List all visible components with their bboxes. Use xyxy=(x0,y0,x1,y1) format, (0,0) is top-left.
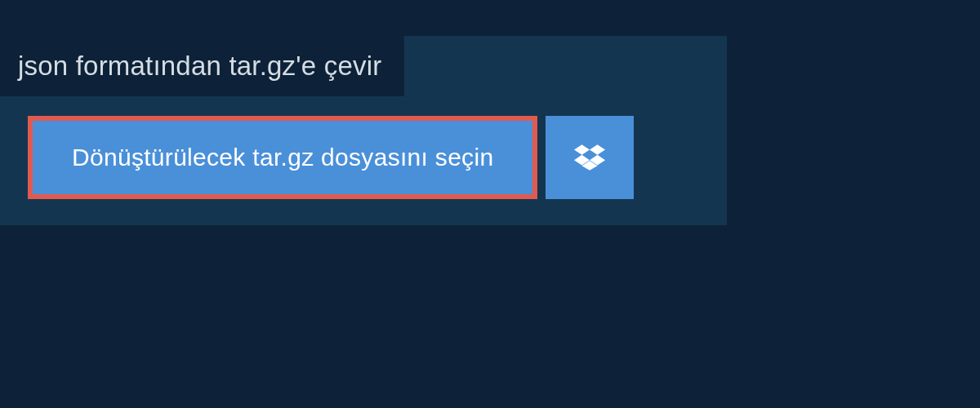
converter-panel: json formatından tar.gz'e çevir Dönüştür… xyxy=(0,36,727,225)
select-file-label: Dönüştürülecek tar.gz dosyasını seçin xyxy=(72,144,493,171)
dropbox-button[interactable] xyxy=(546,116,634,199)
action-row: Dönüştürülecek tar.gz dosyasını seçin xyxy=(0,116,727,199)
title-tab: json formatından tar.gz'e çevir xyxy=(0,36,404,96)
select-file-button[interactable]: Dönüştürülecek tar.gz dosyasını seçin xyxy=(28,116,537,199)
page-title: json formatından tar.gz'e çevir xyxy=(18,51,381,81)
dropbox-icon xyxy=(574,142,605,173)
